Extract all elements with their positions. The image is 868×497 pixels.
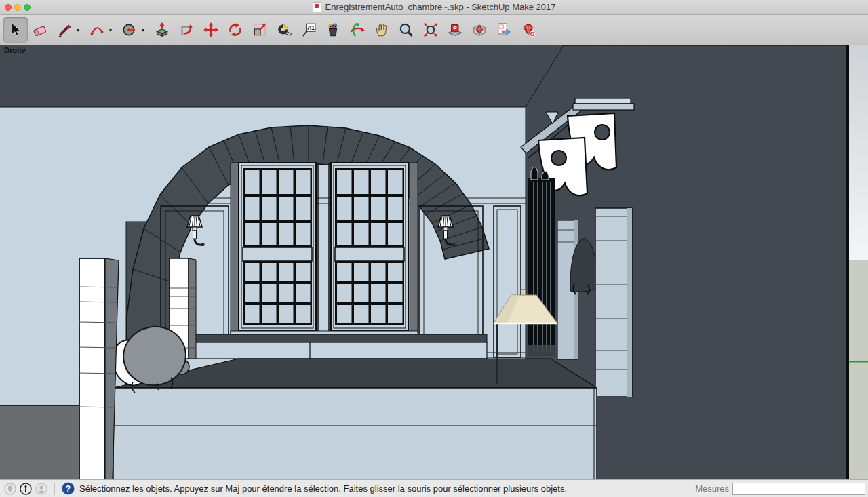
eraser-tool-button[interactable] <box>28 17 52 43</box>
arc-icon <box>89 22 105 38</box>
left-window <box>239 163 316 331</box>
svg-text:A1: A1 <box>307 25 315 31</box>
status-bar: ? Sélectionnez les objets. Appuyez sur M… <box>0 479 868 497</box>
status-hint-text: Sélectionnez les objets. Appuyez sur Maj… <box>79 483 567 494</box>
eraser-icon <box>32 22 48 38</box>
offset-tool-button[interactable] <box>174 17 199 43</box>
left-window-rail <box>243 247 312 261</box>
stone-pillar <box>595 208 632 397</box>
toolbar: ▾ ▾ ▾ <box>0 15 868 45</box>
extension-warehouse-button[interactable] <box>467 17 492 43</box>
scale-tool-button[interactable] <box>248 17 272 43</box>
right-window-rail <box>335 247 404 261</box>
zoom-extents-tool-button[interactable] <box>418 17 443 43</box>
close-button[interactable] <box>5 4 12 11</box>
left-bedpost <box>79 258 119 479</box>
select-tool-button[interactable] <box>3 17 28 43</box>
credit-info-icon[interactable] <box>20 483 32 495</box>
line-tool-dropdown[interactable]: ▾ <box>77 27 83 33</box>
exterior-sliver <box>846 45 868 479</box>
window-seat <box>170 334 487 359</box>
move-tool-button[interactable] <box>199 17 223 43</box>
send-to-layout-icon <box>496 22 512 38</box>
title-bar: EnregistrementAuto_chambre~.skp - Sketch… <box>0 0 868 15</box>
arc-tool-button[interactable] <box>85 17 109 43</box>
select-icon <box>7 22 24 38</box>
shapes-tool-dropdown[interactable]: ▾ <box>142 27 149 33</box>
green-axis-line <box>849 361 868 363</box>
bed-front <box>113 388 597 479</box>
extension-manager-icon <box>520 22 536 38</box>
tape-measure-icon <box>276 22 292 38</box>
window-sill <box>231 331 418 334</box>
sign-in-user-icon[interactable] <box>35 483 47 495</box>
text-tool-button[interactable]: A1 <box>296 17 321 43</box>
clock-pipes <box>528 167 555 356</box>
paint-bucket-tool-button[interactable] <box>321 17 345 43</box>
zoom-extents-icon <box>422 22 439 38</box>
document-icon <box>313 2 321 12</box>
extension-manager-button[interactable] <box>516 17 540 43</box>
arc-tool-dropdown[interactable]: ▾ <box>109 27 116 33</box>
measurements-label: Mesures <box>695 483 729 494</box>
right-window <box>331 163 408 331</box>
zoom-tool-button[interactable] <box>394 17 418 43</box>
sketchup-window: EnregistrementAuto_chambre~.skp - Sketch… <box>0 0 868 497</box>
scene-3d <box>0 45 868 479</box>
send-to-layout-button[interactable] <box>492 17 516 43</box>
rotate-tool-button[interactable] <box>223 17 248 43</box>
line-pencil-icon <box>56 22 73 38</box>
window-title: EnregistrementAuto_chambre~.skp - Sketch… <box>326 2 556 12</box>
paint-bucket-icon <box>325 22 341 38</box>
lower-left-block <box>0 405 79 479</box>
rotate-icon <box>227 22 243 38</box>
pan-hand-icon <box>374 22 390 38</box>
3d-warehouse-icon <box>447 22 463 38</box>
scale-icon <box>252 22 268 38</box>
circle-shape-icon <box>121 22 138 38</box>
move-icon <box>203 22 219 38</box>
help-icon[interactable]: ? <box>62 482 75 495</box>
minimize-button[interactable] <box>14 4 21 11</box>
ceiling <box>0 45 564 107</box>
pan-tool-button[interactable] <box>370 17 394 43</box>
offset-icon <box>178 22 195 38</box>
orbit-tool-button[interactable] <box>345 17 370 43</box>
traffic-lights <box>5 4 31 11</box>
model-viewport[interactable]: Droite <box>0 45 868 479</box>
text-icon: A1 <box>300 22 317 38</box>
push-pull-tool-button[interactable] <box>150 17 174 43</box>
zoom-icon <box>398 22 414 38</box>
statusbar-divider <box>54 483 55 495</box>
shapes-tool-button[interactable] <box>117 17 142 43</box>
tape-measure-tool-button[interactable] <box>272 17 296 43</box>
measurements-input[interactable] <box>732 483 865 495</box>
window-left-jamb <box>231 163 239 334</box>
scene-tab-label[interactable]: Droite <box>4 46 26 54</box>
line-tool-button[interactable] <box>52 17 77 43</box>
orbit-icon <box>349 22 366 38</box>
wall-shelf <box>573 98 634 110</box>
window-right-jamb <box>410 163 418 334</box>
3d-warehouse-button[interactable] <box>443 17 467 43</box>
svg-text:?: ? <box>66 484 71 494</box>
extension-warehouse-icon <box>471 22 488 38</box>
push-pull-icon <box>154 22 170 38</box>
zoom-window-button[interactable] <box>24 4 31 11</box>
geolocation-icon[interactable] <box>4 483 16 495</box>
